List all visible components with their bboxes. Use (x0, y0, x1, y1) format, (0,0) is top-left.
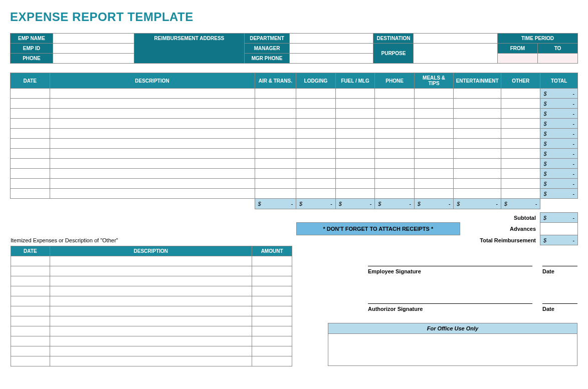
data-cell[interactable] (501, 99, 540, 109)
data-cell[interactable] (454, 169, 501, 179)
data-cell[interactable] (335, 169, 375, 179)
data-cell[interactable] (50, 119, 255, 129)
data-cell[interactable] (255, 169, 296, 179)
data-cell[interactable] (50, 129, 255, 139)
data-cell[interactable] (454, 119, 501, 129)
data-cell[interactable] (296, 109, 336, 119)
data-cell[interactable] (335, 149, 375, 159)
data-cell[interactable] (501, 179, 540, 189)
data-cell[interactable] (252, 286, 292, 296)
data-cell[interactable] (252, 256, 292, 266)
data-cell[interactable] (454, 159, 501, 169)
data-cell[interactable] (454, 139, 501, 149)
data-cell[interactable] (335, 129, 375, 139)
data-cell[interactable] (335, 99, 375, 109)
data-cell[interactable] (296, 189, 336, 199)
data-cell[interactable] (375, 169, 415, 179)
data-cell[interactable] (11, 139, 50, 149)
data-cell[interactable] (50, 149, 255, 159)
data-cell[interactable] (501, 149, 540, 159)
data-cell[interactable] (50, 326, 252, 336)
data-cell[interactable] (501, 169, 540, 179)
data-cell[interactable] (501, 189, 540, 199)
input-emp-id[interactable] (53, 44, 134, 54)
data-cell[interactable] (11, 179, 50, 189)
input-from[interactable] (497, 54, 537, 64)
data-cell[interactable] (11, 189, 50, 199)
data-cell[interactable] (335, 109, 375, 119)
data-cell[interactable] (454, 149, 501, 159)
data-cell[interactable] (50, 99, 255, 109)
data-cell[interactable] (501, 159, 540, 169)
data-cell[interactable] (335, 119, 375, 129)
data-cell[interactable] (296, 89, 336, 99)
input-department[interactable] (289, 34, 373, 44)
data-cell[interactable] (335, 189, 375, 199)
data-cell[interactable] (501, 89, 540, 99)
data-cell[interactable] (375, 149, 415, 159)
data-cell[interactable] (454, 189, 501, 199)
input-emp-name[interactable] (53, 34, 134, 44)
input-manager[interactable] (289, 44, 373, 54)
data-cell[interactable] (375, 189, 415, 199)
data-cell[interactable] (50, 336, 252, 346)
data-cell[interactable] (50, 286, 252, 296)
data-cell[interactable] (11, 356, 50, 366)
data-cell[interactable] (11, 109, 50, 119)
data-cell[interactable] (296, 119, 336, 129)
data-cell[interactable] (50, 159, 255, 169)
input-to[interactable] (537, 54, 577, 64)
data-cell[interactable] (252, 356, 292, 366)
data-cell[interactable] (296, 169, 336, 179)
data-cell[interactable] (50, 266, 252, 276)
data-cell[interactable] (11, 306, 50, 316)
data-cell[interactable] (375, 159, 415, 169)
data-cell[interactable] (252, 326, 292, 336)
data-cell[interactable] (252, 336, 292, 346)
data-cell[interactable] (335, 89, 375, 99)
office-use-body[interactable] (328, 334, 577, 366)
data-cell[interactable] (50, 276, 252, 286)
data-cell[interactable] (255, 89, 296, 99)
data-cell[interactable] (11, 159, 50, 169)
data-cell[interactable] (335, 179, 375, 189)
data-cell[interactable] (50, 296, 252, 306)
data-cell[interactable] (11, 286, 50, 296)
data-cell[interactable] (11, 316, 50, 326)
data-cell[interactable] (454, 109, 501, 119)
data-cell[interactable] (11, 266, 50, 276)
input-destination[interactable] (414, 34, 497, 44)
data-cell[interactable] (414, 89, 454, 99)
data-cell[interactable] (414, 189, 454, 199)
data-cell[interactable] (255, 159, 296, 169)
data-cell[interactable] (501, 119, 540, 129)
data-cell[interactable] (375, 109, 415, 119)
data-cell[interactable] (11, 336, 50, 346)
data-cell[interactable] (252, 346, 292, 356)
data-cell[interactable] (414, 129, 454, 139)
data-cell[interactable] (255, 189, 296, 199)
data-cell[interactable] (11, 346, 50, 356)
data-cell[interactable] (252, 276, 292, 286)
data-cell[interactable] (11, 119, 50, 129)
data-cell[interactable] (501, 129, 540, 139)
data-cell[interactable] (50, 109, 255, 119)
data-cell[interactable] (375, 129, 415, 139)
data-cell[interactable] (252, 296, 292, 306)
data-cell[interactable] (255, 109, 296, 119)
data-cell[interactable] (11, 149, 50, 159)
data-cell[interactable] (50, 316, 252, 326)
data-cell[interactable] (255, 139, 296, 149)
data-cell[interactable] (335, 139, 375, 149)
data-cell[interactable] (414, 159, 454, 169)
data-cell[interactable] (414, 149, 454, 159)
data-cell[interactable] (296, 139, 336, 149)
employee-signature-date[interactable]: Date (542, 266, 577, 274)
data-cell[interactable] (375, 99, 415, 109)
data-cell[interactable] (50, 346, 252, 356)
data-cell[interactable] (501, 139, 540, 149)
data-cell[interactable] (375, 139, 415, 149)
data-cell[interactable] (252, 316, 292, 326)
data-cell[interactable] (11, 89, 50, 99)
data-cell[interactable] (50, 306, 252, 316)
